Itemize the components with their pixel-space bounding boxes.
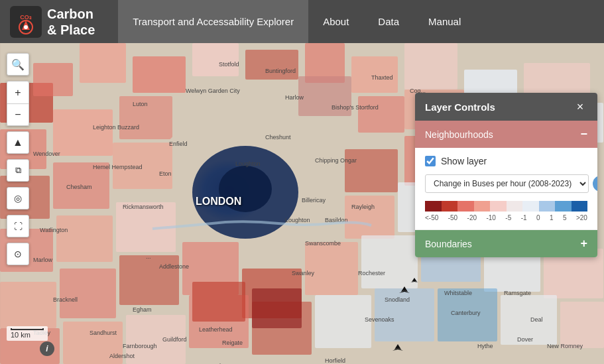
svg-text:Sevenoaks: Sevenoaks [365,316,394,323]
svg-text:Egham: Egham [133,306,152,313]
main-nav: Transport and Accessability Explorer Abo… [118,0,475,43]
svg-text:Rayleigh: Rayleigh [351,204,375,210]
svg-text:Wendover: Wendover [33,151,60,157]
search-button[interactable]: 🔍 [7,53,29,76]
svg-text:Bishop's Stortford: Bishop's Stortford [332,104,379,111]
layer-select[interactable]: Change in Buses per hour (2008-2023) Bus… [425,174,589,193]
svg-point-26 [219,166,272,212]
show-layer-label: Show layer [441,156,487,166]
scale-segment-7 [522,201,539,212]
svg-text:Billericay: Billericay [302,197,326,204]
svg-text:Horfield: Horfield [325,357,345,364]
boundaries-header[interactable]: Boundaries + [415,230,597,257]
color-scale [425,201,587,212]
scale-labels: <-50 -50 -20 -10 -5 -1 0 1 5 >20 [425,214,587,221]
logo: CO₂ Carbon & Place [0,6,105,38]
svg-rect-10 [192,43,239,76]
layers-button[interactable]: ⊙ [7,243,29,265]
svg-text:Leatherhead: Leatherhead [199,326,233,333]
svg-rect-62 [252,288,302,328]
layer-controls-title: Layer Controls [425,101,495,113]
svg-rect-35 [56,215,113,262]
svg-point-4 [24,25,28,29]
show-layer-checkbox[interactable] [425,156,436,166]
svg-text:Guildford: Guildford [162,336,187,343]
svg-text:Ramsgate: Ramsgate [504,290,531,296]
scale-segment-3 [457,201,474,212]
svg-text:Farnborough: Farnborough [123,343,157,349]
svg-text:Enfield: Enfield [169,141,188,147]
header: CO₂ Carbon & Place Transport and Accessa… [0,0,604,43]
svg-text:Aldershot: Aldershot [109,353,135,359]
nav-item-transport[interactable]: Transport and Accessability Explorer [118,0,308,43]
scale-label-9: 5 [563,214,567,221]
svg-rect-41 [0,282,56,328]
svg-text:Rickmansworth: Rickmansworth [123,204,164,210]
svg-text:Chipping Ongar: Chipping Ongar [315,157,357,164]
zoom-out-button[interactable]: − [7,103,29,126]
svg-rect-46 [305,242,358,295]
svg-rect-8 [80,43,126,83]
scale-segment-8 [539,201,556,212]
neighbourhoods-label: Neighbourhoods [425,129,493,140]
svg-rect-9 [133,56,186,93]
svg-text:Loughton: Loughton [235,160,261,167]
svg-rect-60 [560,302,604,348]
neighbourhoods-collapse-icon: − [580,127,587,141]
svg-rect-30 [345,149,398,192]
info-button[interactable]: i [40,341,54,356]
target-button[interactable]: ◎ [7,187,29,210]
svg-text:...: ... [146,253,151,260]
svg-text:Harlow: Harlow [285,94,304,101]
scale-label-1: <-50 [425,214,438,221]
scale-segment-5 [490,201,507,212]
svg-text:Canterbury: Canterbury [451,310,481,316]
svg-text:Rochester: Rochester [358,270,385,276]
svg-rect-16 [53,109,113,156]
svg-text:Buntingford: Buntingford [265,68,296,74]
fullscreen-button[interactable]: ⛶ [7,215,29,237]
nav-item-data[interactable]: Data [363,0,414,43]
svg-rect-61 [192,282,245,322]
svg-text:Swanscombe: Swanscombe [305,240,341,247]
svg-text:New Romney: New Romney [547,343,583,349]
neighbourhoods-header[interactable]: Neighbourhoods − [415,121,597,148]
neighbourhoods-section: Neighbourhoods − Show layer Change in Bu… [415,121,597,229]
scale-segment-6 [507,201,523,212]
svg-text:Dover: Dover [517,336,533,343]
scale-label-4: -10 [486,214,495,221]
svg-text:Cheshunt: Cheshunt [265,134,291,141]
close-button[interactable]: × [573,99,587,114]
scale-label-7: 0 [536,214,540,221]
svg-rect-14 [404,43,457,90]
dropdown-row: Change in Buses per hour (2008-2023) Bus… [425,174,587,193]
help-button[interactable]: ? [593,176,597,192]
svg-text:Addlestone: Addlestone [159,263,189,270]
scale-label: 10 km [11,331,44,339]
north-button[interactable]: ▲ [7,131,29,154]
svg-text:Chesham: Chesham [66,184,92,190]
svg-text:Marlow: Marlow [33,257,53,263]
scale-line [11,328,44,330]
svg-text:Thaxted: Thaxted [371,74,393,81]
zoom-in-button[interactable]: + [7,81,29,103]
compare-button[interactable]: ⧉ [7,159,29,182]
svg-rect-56 [315,295,371,348]
svg-text:Welwyn Garden City: Welwyn Garden City [186,88,240,94]
nav-item-about[interactable]: About [308,0,363,43]
svg-rect-11 [245,50,298,80]
scale-label-3: -20 [467,214,477,221]
map[interactable]: Luton Welwyn Garden City Harlow Bishop's… [0,43,604,364]
scale-bar: 10 km [7,326,48,341]
scale-segment-9 [555,201,572,212]
show-layer-row: Show layer [425,156,587,166]
scale-segment-4 [474,201,491,212]
svg-rect-19 [358,96,404,133]
svg-text:Snodland: Snodland [385,296,410,303]
svg-text:Eton: Eton [159,170,172,177]
boundaries-label: Boundaries [425,239,472,249]
svg-text:Sandhurst: Sandhurst [90,330,117,336]
svg-text:Luton: Luton [133,101,148,107]
nav-item-manual[interactable]: Manual [414,0,475,43]
svg-text:Swanley: Swanley [292,270,315,276]
